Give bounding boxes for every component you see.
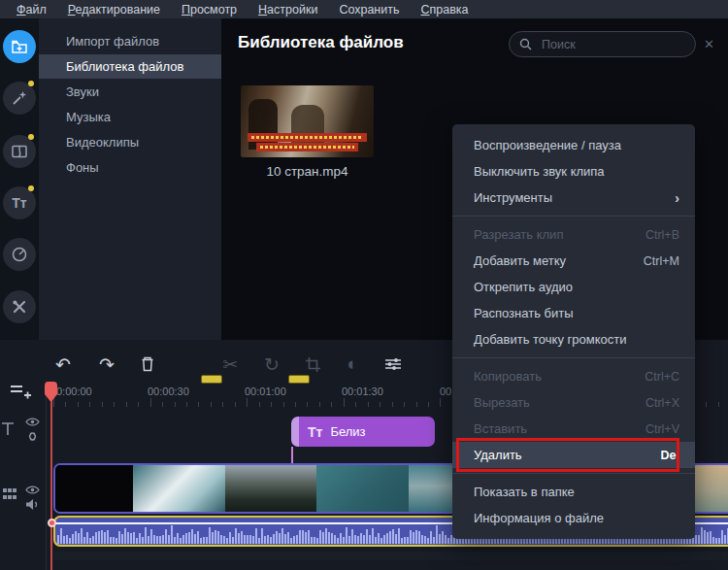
menubar: Файл Редактирование Просмотр Настройки С… bbox=[0, 0, 728, 18]
ruler-label: 00:01:30 bbox=[342, 386, 383, 397]
import-files-button[interactable] bbox=[3, 30, 36, 63]
sidebar-item-library[interactable]: Библиотека файлов bbox=[39, 54, 221, 79]
split-button[interactable]: ✂ bbox=[217, 352, 243, 377]
submenu-arrow-icon: › bbox=[675, 190, 679, 206]
ctx-item-play-pause[interactable]: Воспроизведение / пауза bbox=[452, 132, 695, 158]
video-frame-thumbnail bbox=[316, 465, 409, 512]
thumbnail-subtitle-bar bbox=[256, 143, 358, 151]
menu-view[interactable]: Просмотр bbox=[171, 2, 248, 17]
magic-wand-icon bbox=[11, 89, 28, 107]
menu-edit[interactable]: Редактирование bbox=[57, 2, 171, 17]
title-clip[interactable]: Тт Белиз bbox=[291, 417, 435, 447]
video-frame-thumbnail bbox=[133, 465, 225, 512]
sidebar-item-videoclips[interactable]: Видеоклипы bbox=[39, 130, 221, 154]
title-clip-icon: Тт bbox=[308, 424, 322, 440]
menu-save[interactable]: Сохранить bbox=[328, 2, 410, 17]
add-track-button[interactable] bbox=[9, 384, 32, 405]
ctx-item-split-clip[interactable]: Разрезать клипCtrl+B bbox=[452, 221, 695, 248]
menu-file[interactable]: Файл bbox=[6, 2, 57, 17]
transition-badge[interactable] bbox=[288, 375, 310, 384]
tools-icon bbox=[11, 298, 28, 316]
video-frame-thumbnail bbox=[225, 465, 317, 512]
titles-button[interactable]: Тт bbox=[3, 186, 36, 219]
tool-rail: Тт bbox=[0, 18, 39, 340]
crop-icon bbox=[305, 356, 321, 373]
menu-help[interactable]: Справка bbox=[411, 2, 480, 17]
clip-properties-button[interactable] bbox=[381, 352, 406, 377]
title-track-icon bbox=[1, 420, 17, 442]
sidebar-item-music[interactable]: Музыка bbox=[39, 105, 221, 129]
library-nav: Импорт файлов Библиотека файлов Звуки Му… bbox=[39, 18, 221, 340]
ctx-item-tools[interactable]: Инструменты› bbox=[452, 184, 695, 211]
media-filename: 10 стран.mp4 bbox=[221, 164, 393, 179]
volume-keyframe-handle[interactable] bbox=[48, 519, 56, 527]
clip-connector-line bbox=[291, 447, 293, 464]
transition-badge[interactable] bbox=[201, 375, 222, 384]
transitions-icon bbox=[11, 143, 28, 160]
menu-divider bbox=[452, 357, 695, 358]
notification-dot bbox=[28, 134, 34, 140]
notification-dot bbox=[28, 81, 34, 86]
sidebar-item-sounds[interactable]: Звуки bbox=[39, 80, 221, 104]
color-adjust-button[interactable]: ◐ bbox=[340, 352, 365, 377]
track-header-divider bbox=[46, 381, 47, 570]
media-thumbnail[interactable] bbox=[241, 85, 374, 157]
rotate-button[interactable]: ↻ bbox=[259, 352, 284, 377]
stickers-icon bbox=[11, 246, 28, 263]
title-clip-label: Белиз bbox=[330, 424, 365, 439]
thumbnail-subtitle-bar bbox=[248, 133, 367, 142]
undo-button[interactable]: ↶ bbox=[50, 352, 76, 377]
delete-button[interactable] bbox=[135, 352, 160, 377]
ctx-item-cut[interactable]: ВырезатьCtrl+X bbox=[452, 389, 695, 416]
ruler-label: 0:00:00 bbox=[56, 386, 92, 397]
sliders-icon bbox=[384, 356, 402, 372]
video-track-icon bbox=[2, 487, 17, 505]
transitions-button[interactable] bbox=[3, 135, 36, 168]
folder-plus-icon bbox=[11, 38, 28, 55]
ctx-item-mute-clip[interactable]: Выключить звук клипа bbox=[452, 158, 695, 184]
clip-trim-handle[interactable] bbox=[291, 417, 299, 447]
title-track-link-icon[interactable] bbox=[25, 429, 40, 447]
trash-icon bbox=[140, 355, 155, 373]
add-track-icon bbox=[9, 384, 32, 401]
search-icon bbox=[519, 38, 532, 50]
filters-button[interactable] bbox=[3, 82, 36, 115]
tools-button[interactable] bbox=[3, 290, 36, 323]
ruler-label: 00:00:30 bbox=[148, 386, 189, 397]
search-input[interactable] bbox=[542, 38, 698, 51]
playhead-line bbox=[50, 383, 52, 570]
stickers-button[interactable] bbox=[3, 238, 36, 271]
redo-button[interactable]: ↷ bbox=[94, 352, 119, 377]
titles-icon: Тт bbox=[12, 195, 26, 211]
ctx-item-copy[interactable]: КопироватьCtrl+C bbox=[452, 363, 695, 389]
notification-dot bbox=[28, 185, 34, 191]
ruler-label: 00:01:00 bbox=[245, 386, 286, 397]
ctx-item-show-in-folder[interactable]: Показать в папке bbox=[452, 479, 695, 505]
crop-button[interactable] bbox=[300, 352, 325, 377]
video-frame-thumbnail bbox=[55, 465, 133, 512]
video-editor-window: Файл Редактирование Просмотр Настройки С… bbox=[0, 0, 728, 570]
ctx-item-add-volume-point[interactable]: Добавить точку громкости bbox=[452, 326, 695, 352]
ctx-item-add-marker[interactable]: Добавить меткуCtrl+M bbox=[452, 248, 695, 274]
ctx-item-paste[interactable]: ВставитьCtrl+V bbox=[452, 416, 695, 442]
clear-search-icon[interactable]: ✕ bbox=[704, 37, 714, 51]
menu-divider bbox=[452, 473, 695, 474]
ctx-item-delete[interactable]: УдалитьDel bbox=[452, 442, 695, 468]
sidebar-item-backgrounds[interactable]: Фоны bbox=[39, 155, 221, 180]
linked-track-strip bbox=[53, 552, 728, 560]
search-box: ✕ bbox=[509, 31, 696, 57]
menu-divider bbox=[452, 216, 695, 217]
sidebar-item-import[interactable]: Импорт файлов bbox=[39, 29, 221, 53]
ctx-item-detect-beats[interactable]: Распознать биты bbox=[452, 300, 695, 326]
video-track-mute-icon[interactable] bbox=[25, 497, 40, 515]
ruler-label: 00 bbox=[440, 386, 451, 397]
ctx-item-detach-audio[interactable]: Открепить аудио bbox=[452, 274, 695, 300]
page-title: Библиотека файлов bbox=[238, 33, 404, 52]
menu-settings[interactable]: Настройки bbox=[248, 2, 328, 17]
context-menu: Воспроизведение / пауза Выключить звук к… bbox=[452, 124, 695, 539]
ctx-item-file-info[interactable]: Информация о файле bbox=[452, 505, 695, 531]
